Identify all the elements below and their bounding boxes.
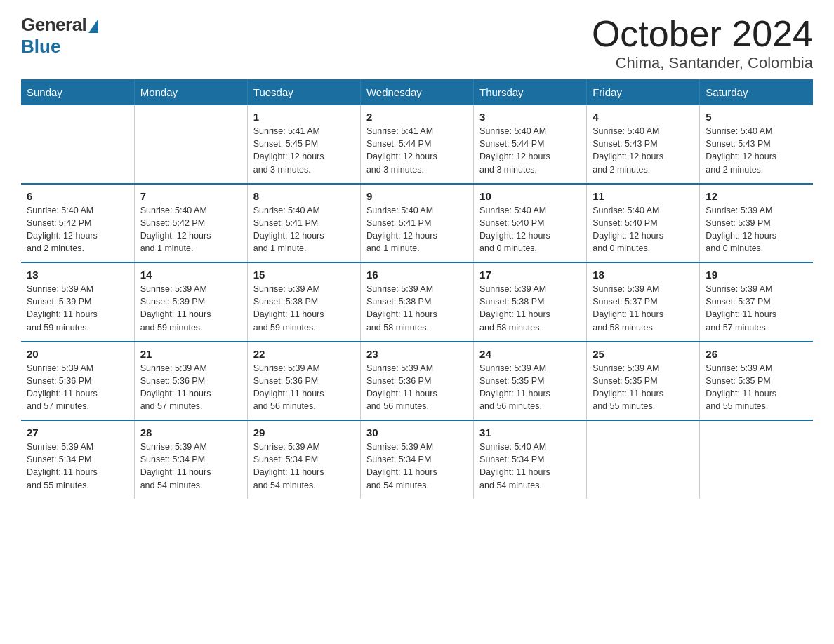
calendar-cell: 19Sunrise: 5:39 AM Sunset: 5:37 PM Dayli… bbox=[700, 262, 813, 342]
day-info: Sunrise: 5:39 AM Sunset: 5:38 PM Dayligh… bbox=[253, 283, 355, 334]
day-number: 8 bbox=[253, 190, 355, 202]
day-number: 27 bbox=[27, 427, 128, 438]
calendar-cell: 2Sunrise: 5:41 AM Sunset: 5:44 PM Daylig… bbox=[360, 105, 473, 184]
day-info: Sunrise: 5:39 AM Sunset: 5:34 PM Dayligh… bbox=[366, 441, 468, 492]
calendar-cell bbox=[21, 105, 134, 184]
calendar-cell: 7Sunrise: 5:40 AM Sunset: 5:42 PM Daylig… bbox=[134, 184, 247, 263]
calendar-cell: 17Sunrise: 5:39 AM Sunset: 5:38 PM Dayli… bbox=[474, 262, 587, 342]
calendar-cell: 20Sunrise: 5:39 AM Sunset: 5:36 PM Dayli… bbox=[21, 342, 134, 421]
day-info: Sunrise: 5:39 AM Sunset: 5:35 PM Dayligh… bbox=[479, 362, 581, 413]
day-number: 5 bbox=[706, 111, 807, 123]
day-info: Sunrise: 5:39 AM Sunset: 5:37 PM Dayligh… bbox=[593, 283, 694, 334]
day-info: Sunrise: 5:40 AM Sunset: 5:34 PM Dayligh… bbox=[479, 441, 581, 492]
calendar-cell: 29Sunrise: 5:39 AM Sunset: 5:34 PM Dayli… bbox=[247, 420, 360, 499]
calendar-cell: 16Sunrise: 5:39 AM Sunset: 5:38 PM Dayli… bbox=[360, 262, 473, 342]
day-info: Sunrise: 5:39 AM Sunset: 5:37 PM Dayligh… bbox=[706, 283, 807, 334]
calendar-location: Chima, Santander, Colombia bbox=[592, 54, 813, 72]
day-info: Sunrise: 5:39 AM Sunset: 5:39 PM Dayligh… bbox=[27, 283, 128, 334]
logo-general-text: General bbox=[21, 14, 86, 36]
calendar-cell: 26Sunrise: 5:39 AM Sunset: 5:35 PM Dayli… bbox=[700, 342, 813, 421]
calendar-cell: 25Sunrise: 5:39 AM Sunset: 5:35 PM Dayli… bbox=[587, 342, 700, 421]
day-info: Sunrise: 5:39 AM Sunset: 5:36 PM Dayligh… bbox=[27, 362, 128, 413]
calendar-cell: 15Sunrise: 5:39 AM Sunset: 5:38 PM Dayli… bbox=[247, 262, 360, 342]
day-info: Sunrise: 5:40 AM Sunset: 5:41 PM Dayligh… bbox=[366, 204, 468, 255]
day-number: 11 bbox=[593, 190, 694, 202]
day-info: Sunrise: 5:40 AM Sunset: 5:42 PM Dayligh… bbox=[140, 204, 241, 255]
day-info: Sunrise: 5:39 AM Sunset: 5:36 PM Dayligh… bbox=[253, 362, 355, 413]
day-info: Sunrise: 5:39 AM Sunset: 5:38 PM Dayligh… bbox=[366, 283, 468, 334]
day-info: Sunrise: 5:41 AM Sunset: 5:44 PM Dayligh… bbox=[366, 125, 468, 176]
day-number: 12 bbox=[706, 190, 807, 202]
day-info: Sunrise: 5:40 AM Sunset: 5:40 PM Dayligh… bbox=[593, 204, 694, 255]
day-number: 28 bbox=[140, 427, 241, 438]
day-number: 14 bbox=[140, 269, 241, 281]
day-info: Sunrise: 5:39 AM Sunset: 5:38 PM Dayligh… bbox=[479, 283, 581, 334]
day-number: 26 bbox=[706, 348, 807, 360]
calendar-cell: 21Sunrise: 5:39 AM Sunset: 5:36 PM Dayli… bbox=[134, 342, 247, 421]
day-number: 10 bbox=[479, 190, 581, 202]
day-number: 22 bbox=[253, 348, 355, 360]
calendar-cell: 18Sunrise: 5:39 AM Sunset: 5:37 PM Dayli… bbox=[587, 262, 700, 342]
day-number: 1 bbox=[253, 111, 355, 123]
calendar-table: SundayMondayTuesdayWednesdayThursdayFrid… bbox=[21, 79, 813, 499]
calendar-week-row: 6Sunrise: 5:40 AM Sunset: 5:42 PM Daylig… bbox=[21, 184, 813, 263]
header-day-wednesday: Wednesday bbox=[360, 79, 473, 105]
day-number: 18 bbox=[593, 269, 694, 281]
page-header: General Blue October 2024 Chima, Santand… bbox=[21, 14, 813, 72]
day-number: 19 bbox=[706, 269, 807, 281]
calendar-cell: 27Sunrise: 5:39 AM Sunset: 5:34 PM Dayli… bbox=[21, 420, 134, 499]
calendar-cell: 14Sunrise: 5:39 AM Sunset: 5:39 PM Dayli… bbox=[134, 262, 247, 342]
day-info: Sunrise: 5:39 AM Sunset: 5:34 PM Dayligh… bbox=[253, 441, 355, 492]
day-info: Sunrise: 5:39 AM Sunset: 5:36 PM Dayligh… bbox=[140, 362, 241, 413]
day-number: 7 bbox=[140, 190, 241, 202]
header-day-sunday: Sunday bbox=[21, 79, 134, 105]
calendar-cell: 3Sunrise: 5:40 AM Sunset: 5:44 PM Daylig… bbox=[474, 105, 587, 184]
logo-blue-text: Blue bbox=[21, 36, 60, 58]
day-number: 30 bbox=[366, 427, 468, 438]
day-info: Sunrise: 5:39 AM Sunset: 5:34 PM Dayligh… bbox=[140, 441, 241, 492]
calendar-cell: 28Sunrise: 5:39 AM Sunset: 5:34 PM Dayli… bbox=[134, 420, 247, 499]
header-day-friday: Friday bbox=[587, 79, 700, 105]
calendar-week-row: 13Sunrise: 5:39 AM Sunset: 5:39 PM Dayli… bbox=[21, 262, 813, 342]
calendar-cell: 31Sunrise: 5:40 AM Sunset: 5:34 PM Dayli… bbox=[474, 420, 587, 499]
day-info: Sunrise: 5:40 AM Sunset: 5:43 PM Dayligh… bbox=[706, 125, 807, 176]
day-number: 17 bbox=[479, 269, 581, 281]
day-info: Sunrise: 5:41 AM Sunset: 5:45 PM Dayligh… bbox=[253, 125, 355, 176]
calendar-cell: 5Sunrise: 5:40 AM Sunset: 5:43 PM Daylig… bbox=[700, 105, 813, 184]
day-info: Sunrise: 5:39 AM Sunset: 5:39 PM Dayligh… bbox=[140, 283, 241, 334]
day-info: Sunrise: 5:39 AM Sunset: 5:35 PM Dayligh… bbox=[706, 362, 807, 413]
calendar-week-row: 1Sunrise: 5:41 AM Sunset: 5:45 PM Daylig… bbox=[21, 105, 813, 184]
day-info: Sunrise: 5:40 AM Sunset: 5:40 PM Dayligh… bbox=[479, 204, 581, 255]
calendar-cell: 23Sunrise: 5:39 AM Sunset: 5:36 PM Dayli… bbox=[360, 342, 473, 421]
logo: General Blue bbox=[21, 14, 98, 58]
logo-triangle-icon bbox=[88, 19, 98, 33]
day-number: 16 bbox=[366, 269, 468, 281]
calendar-cell bbox=[587, 420, 700, 499]
calendar-header-row: SundayMondayTuesdayWednesdayThursdayFrid… bbox=[21, 79, 813, 105]
calendar-cell: 12Sunrise: 5:39 AM Sunset: 5:39 PM Dayli… bbox=[700, 184, 813, 263]
day-number: 21 bbox=[140, 348, 241, 360]
calendar-cell: 24Sunrise: 5:39 AM Sunset: 5:35 PM Dayli… bbox=[474, 342, 587, 421]
calendar-cell bbox=[134, 105, 247, 184]
day-info: Sunrise: 5:40 AM Sunset: 5:41 PM Dayligh… bbox=[253, 204, 355, 255]
day-number: 6 bbox=[27, 190, 128, 202]
calendar-cell: 13Sunrise: 5:39 AM Sunset: 5:39 PM Dayli… bbox=[21, 262, 134, 342]
day-number: 23 bbox=[366, 348, 468, 360]
calendar-cell: 6Sunrise: 5:40 AM Sunset: 5:42 PM Daylig… bbox=[21, 184, 134, 263]
day-number: 31 bbox=[479, 427, 581, 438]
day-number: 15 bbox=[253, 269, 355, 281]
day-number: 25 bbox=[593, 348, 694, 360]
title-block: October 2024 Chima, Santander, Colombia bbox=[592, 14, 813, 72]
header-day-tuesday: Tuesday bbox=[247, 79, 360, 105]
day-info: Sunrise: 5:39 AM Sunset: 5:36 PM Dayligh… bbox=[366, 362, 468, 413]
calendar-cell: 10Sunrise: 5:40 AM Sunset: 5:40 PM Dayli… bbox=[474, 184, 587, 263]
calendar-cell: 1Sunrise: 5:41 AM Sunset: 5:45 PM Daylig… bbox=[247, 105, 360, 184]
calendar-cell: 8Sunrise: 5:40 AM Sunset: 5:41 PM Daylig… bbox=[247, 184, 360, 263]
header-day-saturday: Saturday bbox=[700, 79, 813, 105]
header-day-monday: Monday bbox=[134, 79, 247, 105]
calendar-cell: 11Sunrise: 5:40 AM Sunset: 5:40 PM Dayli… bbox=[587, 184, 700, 263]
day-number: 29 bbox=[253, 427, 355, 438]
day-number: 24 bbox=[479, 348, 581, 360]
day-info: Sunrise: 5:40 AM Sunset: 5:42 PM Dayligh… bbox=[27, 204, 128, 255]
day-info: Sunrise: 5:39 AM Sunset: 5:35 PM Dayligh… bbox=[593, 362, 694, 413]
